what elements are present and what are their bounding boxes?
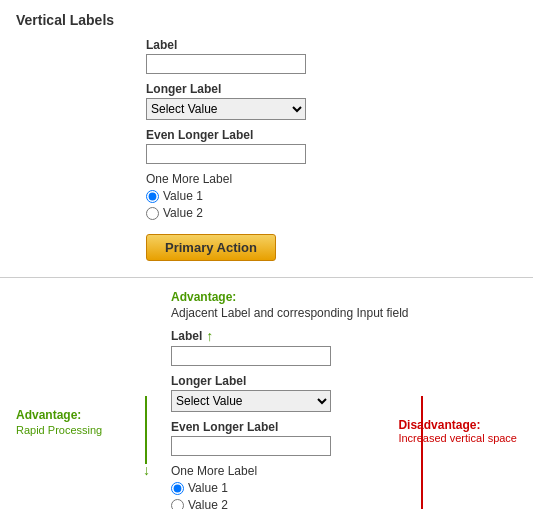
radio2-value2-label: Value 2: [188, 498, 228, 509]
green-arrow-icon: ↓: [143, 462, 150, 478]
radio-value2-label: Value 2: [163, 206, 203, 220]
radio-value1-label: Value 1: [163, 189, 203, 203]
label2-text: Label ↑: [171, 328, 517, 344]
green-vline: [145, 396, 147, 464]
form2-group-label: Label ↑: [171, 328, 517, 366]
up-arrow-icon: ↑: [206, 328, 213, 344]
disadvantage-label: Disadvantage:: [398, 418, 517, 432]
radio2-value1[interactable]: Value 1: [171, 481, 517, 495]
advantage-top-sub: Adjacent Label and corresponding Input f…: [171, 306, 517, 320]
radio2-value1-label: Value 1: [188, 481, 228, 495]
label2-input[interactable]: [171, 346, 331, 366]
radio2-value2[interactable]: Value 2: [171, 498, 517, 509]
longer-label-text: Longer Label: [146, 82, 517, 96]
one-more-label-text: One More Label: [146, 172, 517, 186]
radio-value2-input[interactable]: [146, 207, 159, 220]
even-longer-input[interactable]: [146, 144, 306, 164]
longer2-label-text: Longer Label: [171, 374, 517, 388]
red-vline: [421, 396, 423, 509]
advantage-left-label: Advantage:: [16, 408, 102, 422]
section2: Advantage: Adjacent Label and correspond…: [0, 278, 533, 509]
advantage-left-sub: Rapid Processing: [16, 424, 102, 436]
radio2-value2-input[interactable]: [171, 499, 184, 510]
advantage-top-label-text: Advantage:: [171, 290, 236, 304]
label2-field-text: Label: [171, 329, 202, 343]
even-longer-label-text: Even Longer Label: [146, 128, 517, 142]
section1-title: Vertical Labels: [16, 12, 517, 28]
section1: Vertical Labels Label Longer Label Selec…: [0, 0, 533, 278]
form-group-one-more: One More Label Value 1 Value 2: [146, 172, 517, 220]
even-longer2-input[interactable]: [171, 436, 331, 456]
form-group-label: Label: [146, 38, 517, 74]
form-group-even-longer: Even Longer Label: [146, 128, 517, 164]
one-more2-label-text: One More Label: [171, 464, 517, 478]
label-text: Label: [146, 38, 517, 52]
form2-group-longer: Longer Label Select Value: [171, 374, 517, 412]
form2-group-one-more: One More Label Value 1 Value 2: [171, 464, 517, 509]
section1-form: Label Longer Label Select Value Even Lon…: [146, 38, 517, 261]
disadvantage-sub: Increased vertical space: [398, 432, 517, 444]
radio2-value1-input[interactable]: [171, 482, 184, 495]
longer2-select[interactable]: Select Value: [171, 390, 331, 412]
primary-action-button[interactable]: Primary Action: [146, 234, 276, 261]
radio-value2[interactable]: Value 2: [146, 206, 517, 220]
right-note: Disadvantage: Increased vertical space: [398, 418, 517, 444]
form-group-longer: Longer Label Select Value: [146, 82, 517, 120]
radio-value1[interactable]: Value 1: [146, 189, 517, 203]
longer-label-select[interactable]: Select Value: [146, 98, 306, 120]
radio-value1-input[interactable]: [146, 190, 159, 203]
label-input[interactable]: [146, 54, 306, 74]
left-note: Advantage: Rapid Processing: [16, 408, 102, 436]
advantage-top-label: Advantage:: [171, 290, 517, 304]
